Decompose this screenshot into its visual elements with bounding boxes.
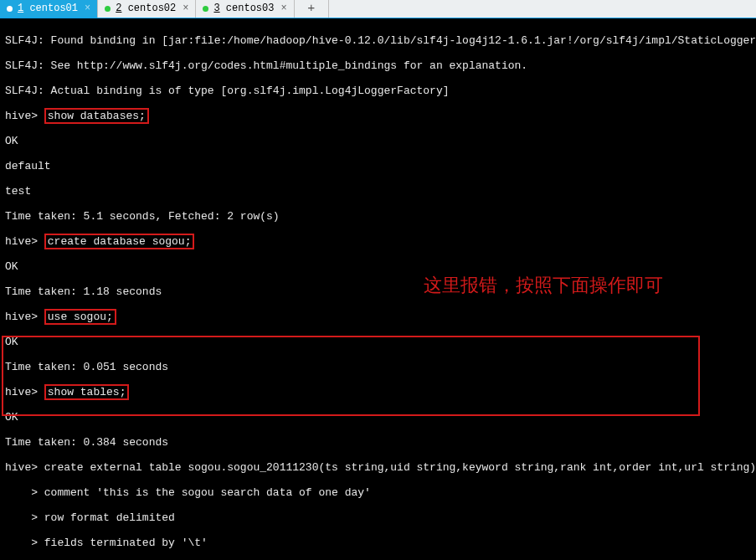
terminal-line: hive> show tables; (5, 386, 751, 398)
tab-centos02[interactable]: 2 centos02 × (98, 0, 196, 18)
tab-status-dot (203, 6, 208, 12)
terminal-line: Time taken: 0.051 seconds (5, 361, 751, 373)
tab-index: 2 (116, 3, 121, 15)
tab-status-dot (105, 6, 111, 12)
tab-label: centos02 (128, 3, 177, 15)
terminal-line: OK (5, 135, 751, 147)
terminal-line: OK (5, 411, 751, 424)
terminal-line: > fields terminated by '\t' (5, 537, 751, 549)
new-tab-button[interactable]: + (295, 0, 329, 18)
terminal-line: test (5, 185, 751, 198)
highlight-region (2, 336, 700, 416)
terminal[interactable]: SLF4J: Found binding in [jar:file:/home/… (0, 18, 756, 560)
terminal-line: hive> show databases; (5, 110, 751, 122)
plus-icon: + (307, 3, 315, 15)
close-icon[interactable]: × (280, 3, 286, 15)
terminal-line: hive> use sogou; (5, 311, 751, 323)
close-icon[interactable]: × (183, 3, 188, 15)
terminal-line: SLF4J: Found binding in [jar:file:/home/… (5, 34, 751, 47)
highlight-box: show tables; (44, 384, 130, 400)
terminal-line: SLF4J: See http://www.slf4j.org/codes.ht… (5, 59, 751, 72)
terminal-line: OK (5, 260, 751, 273)
tab-bar: 1 centos01 × 2 centos02 × 3 centos03 × + (0, 0, 756, 18)
terminal-line: Time taken: 0.384 seconds (5, 436, 751, 449)
highlight-box: show databases; (44, 108, 149, 124)
terminal-line: hive> create database sogou; (5, 235, 751, 248)
tab-index: 3 (213, 3, 219, 15)
terminal-line: Time taken: 5.1 seconds, Fetched: 2 row(… (5, 210, 751, 223)
tab-label: centos01 (29, 3, 78, 15)
tab-index: 1 (18, 3, 23, 15)
tab-status-dot (7, 6, 13, 12)
terminal-line: > row format delimited (5, 511, 751, 524)
highlight-box: create database sogou; (44, 234, 195, 249)
terminal-line: SLF4J: Actual binding is of type [org.sl… (5, 85, 751, 97)
tab-centos03[interactable]: 3 centos03 × (196, 0, 294, 18)
terminal-line: OK (5, 336, 751, 348)
tab-centos01[interactable]: 1 centos01 × (0, 0, 98, 18)
terminal-line: hive> create external table sogou.sogou_… (5, 461, 751, 474)
close-icon[interactable]: × (85, 3, 90, 15)
highlight-box: use sogou; (44, 309, 116, 325)
tab-label: centos03 (226, 3, 275, 15)
terminal-line: > comment 'this is the sogou search data… (5, 486, 751, 499)
annotation-text: 这里报错，按照下面操作即可 (424, 279, 663, 291)
terminal-line: default (5, 160, 751, 172)
